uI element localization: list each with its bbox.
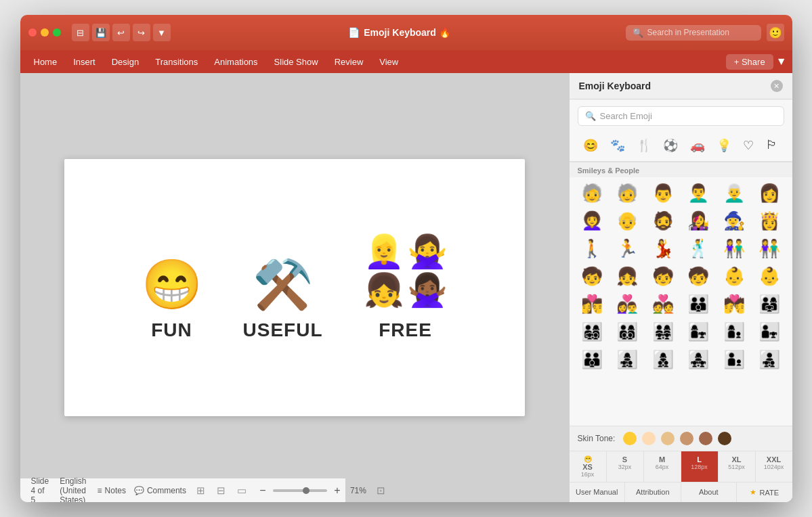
emoji-cell[interactable]: 👨‍👧‍👦 — [752, 346, 787, 373]
emoji-cell[interactable]: 👧 — [610, 263, 645, 290]
size-l[interactable]: L 128px — [681, 451, 719, 482]
cat-food[interactable]: 🍴 — [634, 135, 654, 156]
skin-tone-medium-light[interactable] — [661, 432, 675, 445]
emoji-cell[interactable]: 👩‍❤️‍💋‍👨 — [575, 291, 610, 317]
emoji-cell[interactable]: 👩‍🦱 — [575, 208, 610, 234]
zoom-in-button[interactable]: + — [331, 485, 343, 497]
emoji-cell[interactable]: 👨‍🦱 — [681, 180, 716, 206]
save-icon[interactable]: 💾 — [92, 24, 110, 41]
emoji-cell[interactable]: 👨‍👧 — [752, 319, 787, 345]
grid-view-icon[interactable]: ⊟ — [215, 484, 228, 497]
fullscreen-button[interactable] — [53, 28, 61, 37]
menu-slideshow[interactable]: Slide Show — [266, 54, 326, 70]
emoji-cell[interactable]: 👩‍👦‍👦 — [646, 346, 681, 373]
cat-objects[interactable]: 💡 — [714, 135, 734, 156]
undo-icon[interactable]: ↩ — [112, 24, 130, 41]
emoji-cell[interactable]: 👩‍🎤 — [681, 208, 716, 234]
minimize-button[interactable] — [41, 28, 49, 37]
rate-btn[interactable]: ★ RATE — [737, 482, 792, 502]
close-panel-button[interactable]: ✕ — [771, 80, 783, 92]
emoji-cell[interactable]: 👨‍👦 — [717, 346, 752, 373]
emoji-cell[interactable]: 🏃 — [610, 235, 645, 262]
size-xxl[interactable]: XXL 1024px — [756, 451, 792, 482]
emoji-search-box[interactable]: 🔍 — [578, 106, 784, 126]
size-s[interactable]: S 32px — [607, 451, 644, 482]
emoji-cell[interactable]: 👸 — [752, 208, 787, 234]
skin-tone-light[interactable] — [642, 432, 656, 445]
emoji-cell[interactable]: 👩‍👧 — [681, 319, 716, 345]
emoji-cell[interactable]: 👨‍🦳 — [717, 180, 752, 206]
cat-activities[interactable]: ⚽ — [660, 135, 681, 156]
cat-smileys[interactable]: 😊 — [580, 135, 601, 156]
share-button[interactable]: + Share — [726, 54, 773, 70]
size-m[interactable]: M 64px — [644, 451, 681, 482]
emoji-cell[interactable]: 💃 — [646, 235, 681, 262]
presentation-search[interactable]: 🔍 — [626, 25, 761, 41]
attribution-btn[interactable]: Attribution — [625, 482, 681, 502]
emoji-cell[interactable]: 👨 — [646, 180, 681, 206]
cat-animals[interactable]: 🐾 — [607, 135, 628, 156]
search-input[interactable] — [647, 28, 754, 37]
emoji-cell[interactable]: 👫 — [717, 235, 752, 262]
menu-design[interactable]: Design — [104, 54, 147, 70]
skin-tone-yellow[interactable] — [623, 432, 637, 445]
skin-tone-medium[interactable] — [680, 432, 693, 445]
emoji-cell[interactable]: 👪 — [575, 346, 610, 373]
emoji-cell[interactable]: 🧒 — [646, 263, 681, 290]
emoji-cell[interactable]: 👨‍👩‍👧‍👦 — [575, 319, 610, 345]
size-xl[interactable]: XL 512px — [719, 451, 756, 482]
emoji-cell[interactable]: 👨‍👩‍👧‍👧 — [646, 319, 681, 345]
emoji-cell[interactable]: 💑 — [646, 291, 681, 317]
emoji-cell[interactable]: 🧓 — [610, 180, 645, 206]
emoji-cell[interactable]: 🧙‍♀️ — [717, 208, 752, 234]
emoji-cell[interactable]: 👫 — [752, 235, 787, 262]
zoom-out-button[interactable]: − — [257, 485, 269, 497]
more-icon[interactable]: ▼ — [153, 24, 171, 41]
emoji-cell[interactable]: 🕺 — [681, 235, 716, 262]
size-xxl-px: 1024px — [764, 464, 784, 470]
emoji-cell[interactable]: 👪 — [681, 291, 716, 317]
emoji-cell[interactable]: 👶 — [717, 263, 752, 290]
emoji-cell[interactable]: 💏 — [717, 291, 752, 317]
normal-view-icon[interactable]: ⊞ — [194, 484, 208, 497]
emoji-face-button[interactable]: 🙂 — [767, 24, 784, 41]
emoji-cell[interactable]: 👨‍👩‍👧 — [752, 291, 787, 317]
emoji-cell[interactable]: 🧓 — [575, 180, 610, 206]
emoji-search-input[interactable] — [600, 111, 777, 121]
notes-button[interactable]: ≡ Notes — [98, 486, 126, 495]
skin-tone-dark[interactable] — [718, 432, 731, 445]
emoji-cell[interactable]: 👩‍❤️‍👨 — [610, 291, 645, 317]
user-manual-btn[interactable]: User Manual — [570, 482, 626, 502]
emoji-cell[interactable]: 🚶 — [575, 235, 610, 262]
emoji-cell[interactable]: 🧒 — [681, 263, 716, 290]
emoji-cell[interactable]: 👩‍👦 — [717, 319, 752, 345]
menu-animations[interactable]: Animations — [206, 54, 265, 70]
cat-travel[interactable]: 🚗 — [687, 135, 708, 156]
emoji-cell[interactable]: 👩‍👧‍👧 — [681, 346, 716, 373]
emoji-cell[interactable]: 🧔 — [646, 208, 681, 234]
close-button[interactable] — [28, 28, 37, 37]
comments-button[interactable]: 💬 Comments — [134, 486, 186, 495]
emoji-cell[interactable]: 👨‍👩‍👦‍👦 — [610, 319, 645, 345]
size-text[interactable]: 😁 XS 16px — [570, 451, 607, 482]
menu-home[interactable]: Home — [26, 54, 66, 70]
about-btn[interactable]: About — [681, 482, 738, 502]
redo-icon[interactable]: ↪ — [133, 24, 150, 41]
menu-review[interactable]: Review — [326, 54, 372, 70]
menu-insert[interactable]: Insert — [65, 54, 104, 70]
share-dropdown-icon[interactable]: ▼ — [776, 55, 787, 68]
emoji-cell[interactable]: 👩‍👧‍👦 — [610, 346, 645, 373]
emoji-cell[interactable]: 👶 — [752, 263, 787, 290]
emoji-cell[interactable]: 🧒 — [575, 263, 610, 290]
presenter-view-icon[interactable]: ▭ — [235, 484, 249, 497]
cat-symbols[interactable]: ♡ — [740, 135, 756, 156]
emoji-cell[interactable]: 👴 — [610, 208, 645, 234]
menu-view[interactable]: View — [371, 54, 406, 70]
cat-flags[interactable]: 🏳 — [763, 135, 781, 156]
sidebar-toggle-icon[interactable]: ⊟ — [72, 24, 89, 41]
zoom-slider[interactable] — [273, 489, 327, 492]
emoji-cell[interactable]: 👩 — [752, 180, 787, 206]
skin-tone-medium-dark[interactable] — [699, 432, 712, 445]
fit-to-window-icon[interactable]: ⊡ — [375, 484, 388, 497]
menu-transitions[interactable]: Transitions — [147, 54, 206, 70]
